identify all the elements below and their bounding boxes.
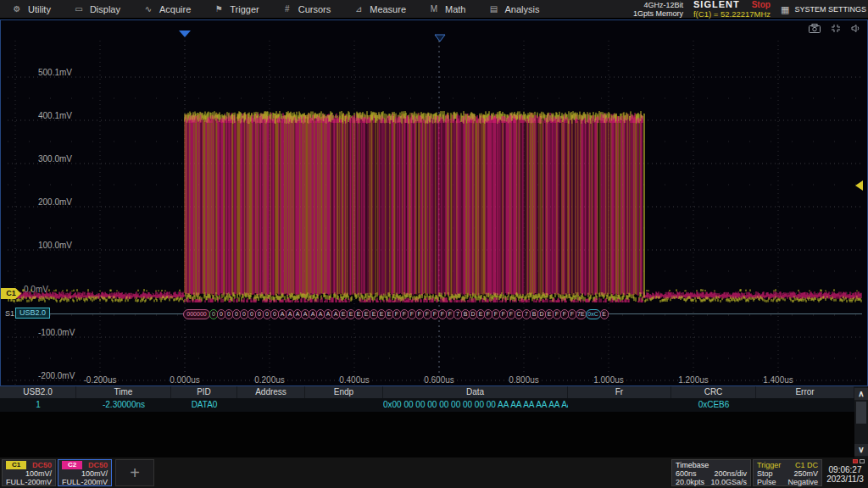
trigger-level-arrow[interactable] <box>855 180 863 191</box>
display-corner-icons <box>809 24 860 33</box>
acquisition-status: Stop <box>752 1 771 9</box>
menubar: ⚙Utility▭Display∿Acquire⚑Trigger#Cursors… <box>0 0 868 19</box>
table-header-time: Time <box>76 386 171 398</box>
trigger-source: C1 DC <box>795 461 818 469</box>
menu-item-math[interactable]: MMath <box>429 4 465 14</box>
table-cell <box>305 398 383 412</box>
channel2-coupling: DC50 <box>88 461 108 469</box>
timebase-points: 20.0kpts <box>676 478 704 486</box>
menu-item-cursors[interactable]: #Cursors <box>282 4 331 14</box>
display-icon: ▭ <box>74 4 84 14</box>
scope-specs: 4GHz-12Bit 1Gpts Memory <box>633 1 683 18</box>
table-header-fr: Fr <box>568 386 671 398</box>
measure-icon: ⊿ <box>353 4 364 14</box>
table-cell: DATA0 <box>171 398 237 412</box>
menu-item-label: Display <box>90 4 120 14</box>
channel1-descriptor[interactable]: C1 DC50 100mV/ FULL -200mV <box>2 459 56 486</box>
usb-bus-badge[interactable]: USB2.0 <box>15 308 50 319</box>
decode-row-label: S1 <box>5 309 14 318</box>
channel1-coupling: DC50 <box>32 461 52 469</box>
menu-item-measure[interactable]: ⊿Measure <box>353 4 406 14</box>
channel1-bandwidth: FULL <box>6 478 25 486</box>
menu-items: ⚙Utility▭Display∿Acquire⚑Trigger#Cursors… <box>0 4 550 14</box>
menu-item-label: Analysis <box>504 4 539 14</box>
fit-screen-icon[interactable] <box>831 24 841 33</box>
menu-item-label: Cursors <box>298 4 331 14</box>
header-right: 4GHz-12Bit 1Gpts Memory SIGLENT Stop f(C… <box>633 0 866 19</box>
gear-icon: ⚙ <box>12 4 22 14</box>
menu-item-label: Measure <box>370 4 406 14</box>
acquire-icon: ∿ <box>143 4 153 14</box>
table-header-pid: PID <box>171 386 237 398</box>
math-icon: M <box>429 4 439 14</box>
scroll-up-button[interactable]: ∧ <box>854 388 868 400</box>
timebase-delay: 600ns <box>676 469 697 478</box>
clock-date: 2023/11/3 <box>824 474 866 484</box>
table-cell <box>568 398 671 412</box>
table-cell: -2.30000ns <box>76 398 171 412</box>
trigger-level: 250mV <box>793 469 818 478</box>
grid-icon: ▦ <box>781 4 789 15</box>
trigger-status: Stop <box>757 469 773 478</box>
scrollbar-thumb[interactable] <box>856 402 866 424</box>
timebase-title: Timebase <box>676 461 709 469</box>
add-channel-button[interactable]: + <box>115 459 154 486</box>
table-header-address: Address <box>237 386 305 398</box>
trigger-position-marker[interactable] <box>179 30 191 37</box>
table-header-usb2-0: USB2.0 <box>0 386 76 398</box>
spec-bandwidth: 4GHz-12Bit <box>633 1 683 9</box>
waveform-plot <box>8 41 862 385</box>
menu-item-label: Utility <box>28 4 51 14</box>
decode-bubble: 0xC <box>586 309 601 319</box>
decode-bubbles: 000000000000000AAAAAAAAEEEEEEEFFFFFFFF7B… <box>183 308 608 319</box>
decode-table: USB2.0TimePIDAddressEndpDataFrCRCError 1… <box>0 386 868 458</box>
channel2-scale: 100mV/ <box>81 469 108 478</box>
timebase-descriptor[interactable]: Timebase 600ns 200ns/div 20.0kpts 10.0GS… <box>671 459 751 486</box>
table-header-error: Error <box>756 386 854 398</box>
waveform-display: 500.1mV400.1mV300.0mV200.0mV100.0mV-100.… <box>0 19 868 386</box>
analysis-icon: ▤ <box>488 4 498 14</box>
menu-item-display[interactable]: ▭Display <box>74 4 120 14</box>
clock-time: 09:06:27 <box>824 465 866 474</box>
trigger-slope: Negative <box>787 478 818 486</box>
table-header-data: Data <box>383 386 568 398</box>
table-cell: 1 <box>0 398 76 412</box>
sound-icon[interactable] <box>851 24 860 33</box>
scroll-down-button[interactable]: ∨ <box>854 444 868 456</box>
decode-table-header: USB2.0TimePIDAddressEndpDataFrCRCError <box>0 386 854 398</box>
brand-logo: SIGLENT <box>693 0 740 8</box>
menu-item-label: Trigger <box>230 4 259 14</box>
menu-item-analysis[interactable]: ▤Analysis <box>488 4 539 14</box>
decode-bubble: 000000 <box>183 309 210 319</box>
menu-item-trigger[interactable]: ⚑Trigger <box>214 4 259 14</box>
table-header-crc: CRC <box>671 386 756 398</box>
oscilloscope-screen: ⚙Utility▭Display∿Acquire⚑Trigger#Cursors… <box>0 0 868 488</box>
timebase-scale: 200ns/div <box>714 469 747 478</box>
menu-item-label: Acquire <box>159 4 191 14</box>
channel1-scale: 100mV/ <box>25 469 52 478</box>
trigger-descriptor[interactable]: Trigger C1 DC Stop 250mV Pulse Negative <box>753 459 822 486</box>
camera-icon[interactable] <box>809 24 821 33</box>
channel2-descriptor[interactable]: C2 DC50 100mV/ FULL -200mV <box>58 459 112 486</box>
clock-block: 09:06:27 2023/11/3 <box>824 458 866 487</box>
spec-memory: 1Gpts Memory <box>633 9 683 18</box>
menu-item-acquire[interactable]: ∿Acquire <box>143 4 191 14</box>
table-cell <box>756 398 854 412</box>
table-cell: 0xCEB6 <box>671 398 756 412</box>
trigger-flag-icon: ⚑ <box>214 4 224 14</box>
statusbar: C1 DC50 100mV/ FULL -200mV C2 DC50 100mV… <box>0 458 868 488</box>
table-scrollbar[interactable]: ∧ ∨ <box>854 386 868 458</box>
channel2-offset: -200mV <box>81 478 108 486</box>
trigger-type: Pulse <box>757 478 776 486</box>
table-cell <box>237 398 305 412</box>
decode-table-row[interactable]: 1-2.30000nsDATA00x00 00 00 00 00 00 00 0… <box>0 398 854 412</box>
frequency-counter: f(C1) = 52.22217MHz <box>693 10 771 19</box>
cursors-icon: # <box>282 4 292 14</box>
trigger-title: Trigger <box>757 461 781 469</box>
channel2-bandwidth: FULL <box>62 478 81 486</box>
table-header-endp: Endp <box>305 386 383 398</box>
menu-item-utility[interactable]: ⚙Utility <box>12 4 51 14</box>
network-icon[interactable] <box>824 458 866 465</box>
decode-bubble: E <box>600 309 609 319</box>
system-settings-button[interactable]: ▦ SYSTEM SETTINGS <box>781 4 866 15</box>
